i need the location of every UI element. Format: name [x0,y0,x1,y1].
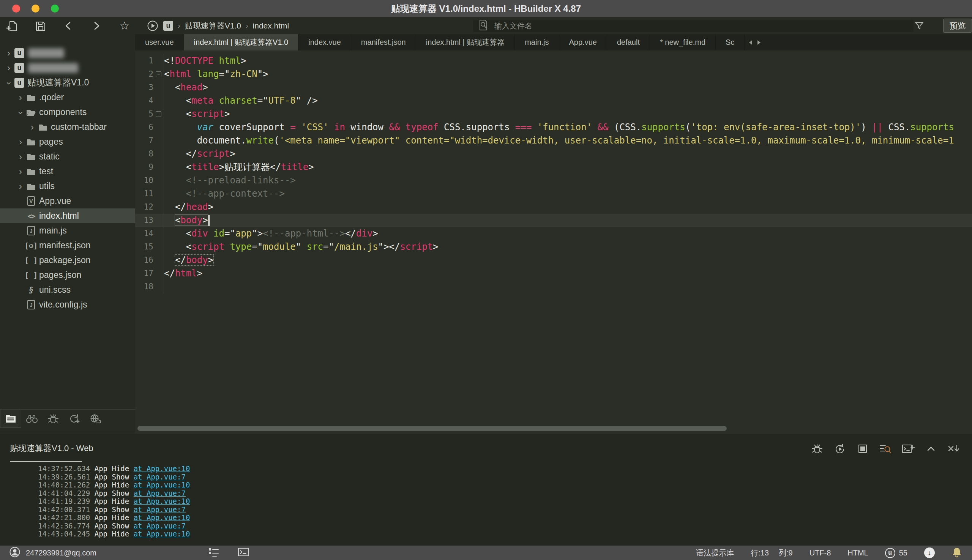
code-line-12[interactable]: 12 </head> [135,200,972,214]
forward-button[interactable] [90,19,103,33]
breadcrumb-project[interactable]: 贴现速算器V1.0 [185,20,241,31]
code-line-18[interactable]: 18 [135,280,972,293]
chevron-collapsed-icon[interactable]: › [16,93,25,102]
filter-icon[interactable] [914,21,924,32]
tree-item-uni.scss[interactable]: §uni.scss [0,282,135,297]
tab-scroll-left-icon[interactable] [749,40,753,45]
language-label[interactable]: HTML [847,548,868,557]
fold-toggle-icon[interactable]: − [153,68,164,81]
chevron-expanded-icon[interactable]: › [16,108,25,117]
star-button[interactable]: ☆ [118,19,132,33]
tree-item-main.js[interactable]: Jmain.js [0,223,135,238]
debug-panel-button[interactable] [43,410,64,427]
fold-toggle-icon[interactable]: − [153,107,164,121]
terminal-icon[interactable] [238,547,250,559]
account-email[interactable]: 247293991@qq.com [26,548,97,557]
back-button[interactable] [62,19,75,33]
log-source-link[interactable]: at App.vue:7 [133,505,186,514]
code-line-2[interactable]: 2−<html lang="zh-CN"> [135,68,972,81]
new-file-button[interactable] [5,19,19,33]
editor-tab[interactable]: * new_file.md [650,34,716,50]
save-button[interactable] [33,19,47,33]
log-source-link[interactable]: at App.vue:7 [133,522,186,530]
tree-item-index.html[interactable]: <>index.html [0,208,135,223]
message-bubble-icon[interactable]: u [885,548,895,558]
tree-item-package.json[interactable]: [ ]package.json [0,253,135,268]
chevron-collapsed-icon[interactable]: › [16,182,25,191]
chevron-collapsed-icon[interactable]: › [16,137,25,147]
tree-item-vite.config.js[interactable]: Jvite.config.js [0,297,135,312]
editor-tab[interactable]: index.html | 贴现速算器V1.0 [184,34,299,50]
notification-bell-icon[interactable] [952,546,962,560]
code-line-5[interactable]: 5− <script> [135,107,972,121]
tree-item-redacted[interactable]: ›u [0,45,135,60]
chevron-collapsed-icon[interactable]: › [5,48,13,58]
breadcrumb-file[interactable]: index.html [253,21,289,30]
tree-item-static[interactable]: ›static [0,149,135,164]
editor-tab[interactable]: manifest.json [351,34,416,50]
chevron-expanded-icon[interactable]: › [5,79,14,87]
code-line-3[interactable]: 3 <head> [135,81,972,94]
scrollbar-thumb[interactable] [137,426,727,431]
tree-item-pages[interactable]: ›pages [0,134,135,149]
chevron-collapsed-icon[interactable]: › [28,123,37,132]
update-download-icon[interactable]: ↓ [924,547,935,558]
editor-tab[interactable]: main.js [515,34,559,50]
sync-panel-button[interactable] [64,410,85,427]
log-source-link[interactable]: at App.vue:10 [133,513,190,522]
collapse-button[interactable] [924,441,939,457]
code-line-11[interactable]: 11 <!--app-context--> [135,187,972,200]
stop-button[interactable] [855,441,870,457]
editor-tab[interactable]: user.vue [135,34,184,50]
log-source-link[interactable]: at App.vue:10 [133,481,190,489]
code-line-9[interactable]: 9 <title>贴现计算器</title> [135,161,972,174]
code-line-4[interactable]: 4 <meta charset="UTF-8" /> [135,94,972,107]
code-line-1[interactable]: 1<!DOCTYPE html> [135,54,972,68]
editor-tab[interactable]: Sc [716,34,745,50]
run-button[interactable] [146,19,160,33]
clear-button[interactable] [946,441,961,457]
code-line-14[interactable]: 14 <div id="app"><!--app-html--></div> [135,227,972,240]
code-line-10[interactable]: 10 <!--preload-links--> [135,174,972,187]
tree-item-pages.json[interactable]: [ ]pages.json [0,268,135,282]
debug-button[interactable] [810,441,825,457]
code-line-15[interactable]: 15 <script type="module" src="/main.js">… [135,240,972,253]
tree-item-components[interactable]: ›components [0,105,135,120]
editor-tab[interactable]: App.vue [559,34,607,50]
notification-bell-icon[interactable] [952,546,962,560]
log-source-link[interactable]: at App.vue:10 [133,464,190,473]
cursor-col[interactable]: 列:9 [779,548,793,558]
restart-button[interactable] [832,441,847,457]
chevron-collapsed-icon[interactable]: › [16,152,25,162]
chevron-collapsed-icon[interactable]: › [16,167,25,176]
code-line-16[interactable]: 16 </body> [135,253,972,267]
code-line-17[interactable]: 17</html> [135,267,972,280]
log-source-link[interactable]: at App.vue:7 [133,489,186,497]
code-line-6[interactable]: 6 var coverSupport = 'CSS' in window && … [135,121,972,134]
code-line-7[interactable]: 7 document.write('<meta name="viewport" … [135,134,972,147]
tree-item-贴现速算器V1.0[interactable]: ›u贴现速算器V1.0 [0,75,135,90]
tree-item-utils[interactable]: ›utils [0,179,135,193]
tree-item-manifest.json[interactable]: [⚙]manifest.json [0,238,135,253]
outline-icon[interactable] [208,547,220,557]
tab-scroll-right-icon[interactable] [757,40,761,45]
tree-item-test[interactable]: ›test [0,164,135,179]
editor-tab[interactable]: default [607,34,650,50]
search-logs-button[interactable] [878,441,893,457]
outline-icon[interactable] [208,547,220,559]
tree-item-.qoder[interactable]: ›.qoder [0,90,135,105]
log-source-link[interactable]: at App.vue:10 [133,497,190,505]
log-source-link[interactable]: at App.vue:7 [133,473,186,481]
log-source-link[interactable]: at App.vue:10 [133,530,190,538]
terminal-icon[interactable] [238,547,250,557]
console-tab[interactable]: 贴现速算器V1.0 - Web [10,443,93,454]
code-editor[interactable]: 1<!DOCTYPE html>2−<html lang="zh-CN">3 <… [135,50,972,434]
search-input[interactable] [494,22,836,30]
tree-item-redacted[interactable]: ›u [0,60,135,75]
web-panel-button[interactable] [85,410,106,427]
files-panel-button[interactable] [0,410,21,427]
new-terminal-button[interactable] [900,441,916,457]
cursor-line[interactable]: 行:13 [751,548,769,558]
editor-tab[interactable]: index.vue [298,34,351,50]
encoding-label[interactable]: UTF-8 [810,548,831,557]
